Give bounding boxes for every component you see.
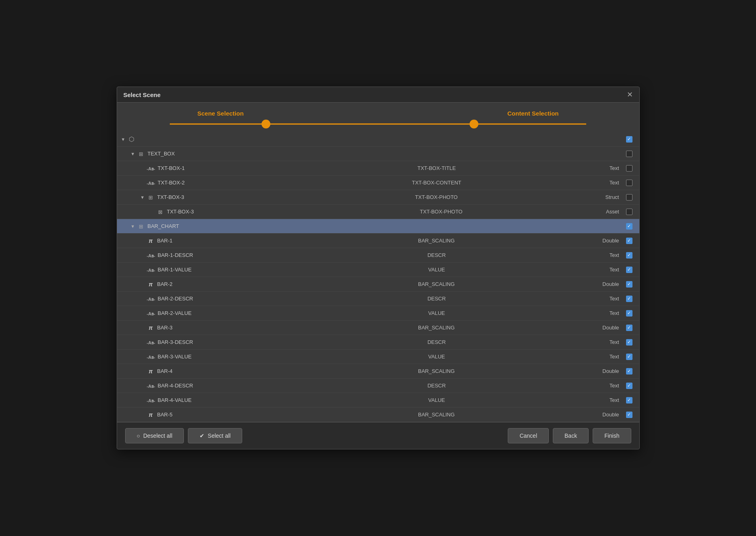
checkbox-col[interactable]: [623, 412, 635, 418]
select-scene-dialog: Select Scene ✕ Scene Selection Content S…: [117, 87, 640, 449]
checkbox-col[interactable]: [623, 325, 635, 331]
tree-list[interactable]: ▼ ⬡ ▼ ⊞ TEXT_BOX -Aʙ- TXT-BOX-1 TX: [117, 132, 639, 422]
checkbox[interactable]: [626, 368, 632, 375]
cancel-button[interactable]: Cancel: [508, 428, 549, 443]
checkbox-col[interactable]: [623, 310, 635, 317]
checkbox[interactable]: [626, 223, 632, 230]
tree-row[interactable]: -Aʙ- BAR-4-DESCR DESCR Text: [117, 379, 639, 393]
text-ab-icon: -Aʙ-: [147, 166, 155, 171]
back-button[interactable]: Back: [553, 428, 589, 443]
tree-row[interactable]: -Aʙ- BAR-1-DESCR DESCR Text: [117, 248, 639, 263]
checkbox-col[interactable]: [623, 368, 635, 375]
checkbox[interactable]: [626, 165, 632, 172]
checkbox-col[interactable]: [623, 252, 635, 259]
footer-right: Cancel Back Finish: [508, 428, 631, 443]
row-binding: VALUE: [286, 267, 587, 273]
row-binding: TXT-BOX-TITLE: [286, 165, 587, 171]
checkbox[interactable]: [626, 296, 632, 302]
checkbox[interactable]: [626, 310, 632, 317]
text-ab-icon: -Aʙ-: [147, 355, 155, 360]
checkbox-col[interactable]: [623, 136, 635, 143]
text-ab-icon: -Aʙ-: [147, 384, 155, 389]
tree-row[interactable]: π BAR-5 BAR_SCALING Double: [117, 408, 639, 422]
track-line: [170, 124, 586, 125]
footer: ○ Deselect all ✔ Select all Cancel Back …: [117, 422, 639, 449]
row-name: TEXT_BOX: [148, 151, 276, 157]
row-type: Text: [587, 339, 623, 345]
row-binding: BAR_SCALING: [286, 368, 587, 374]
steps-labels: Scene Selection Content Selection: [133, 110, 623, 117]
row-name: BAR-1-VALUE: [158, 267, 286, 273]
row-type: Text: [587, 296, 623, 302]
checkbox[interactable]: [626, 339, 632, 346]
row-binding: DESCR: [286, 339, 587, 345]
checkbox[interactable]: [626, 136, 632, 143]
chevron-icon: ▼: [131, 151, 136, 156]
row-name: BAR-2-VALUE: [158, 310, 286, 316]
tree-row[interactable]: π BAR-2 BAR_SCALING Double: [117, 277, 639, 292]
checkbox-col[interactable]: [623, 383, 635, 389]
tree-row[interactable]: -Aʙ- TXT-BOX-2 TXT-BOX-CONTENT Text: [117, 176, 639, 190]
checkbox-col[interactable]: [623, 209, 635, 215]
tree-row[interactable]: ▼ ⬡: [117, 132, 639, 147]
footer-left: ○ Deselect all ✔ Select all: [125, 428, 243, 443]
tree-row[interactable]: π BAR-1 BAR_SCALING Double: [117, 234, 639, 248]
tree-row[interactable]: -Aʙ- BAR-4-VALUE VALUE Text: [117, 393, 639, 408]
checkbox[interactable]: [626, 281, 632, 288]
row-binding: BAR_SCALING: [286, 412, 587, 418]
tree-row[interactable]: π BAR-3 BAR_SCALING Double: [117, 321, 639, 335]
checkbox-col[interactable]: [623, 194, 635, 201]
checkbox[interactable]: [626, 383, 632, 389]
asset-icon: ⊠: [158, 209, 163, 215]
tree-row[interactable]: π BAR-4 BAR_SCALING Double: [117, 364, 639, 379]
checkbox-col[interactable]: [623, 267, 635, 273]
checkbox-col[interactable]: [623, 397, 635, 404]
checkbox[interactable]: [626, 180, 632, 186]
row-type: Double: [587, 412, 623, 418]
checkbox[interactable]: [626, 209, 632, 215]
tree-row[interactable]: -Aʙ- BAR-3-DESCR DESCR Text: [117, 335, 639, 350]
row-type: Double: [587, 368, 623, 374]
pi-icon: π: [149, 238, 153, 244]
checkbox-col[interactable]: [623, 165, 635, 172]
tree-row[interactable]: -Aʙ- TXT-BOX-1 TXT-BOX-TITLE Text: [117, 161, 639, 176]
checkbox[interactable]: [626, 412, 632, 418]
select-all-button[interactable]: ✔ Select all: [188, 428, 242, 443]
tree-row[interactable]: -Aʙ- BAR-1-VALUE VALUE Text: [117, 263, 639, 277]
checkbox-col[interactable]: [623, 354, 635, 360]
text-ab-icon: -Aʙ-: [147, 253, 155, 258]
row-type: Struct: [587, 194, 623, 200]
finish-button[interactable]: Finish: [593, 428, 631, 443]
checkbox-col[interactable]: [623, 238, 635, 244]
tree-row[interactable]: ▼ ⊞ TXT-BOX-3 TXT-BOX-PHOTO Struct: [117, 190, 639, 205]
struct-icon: ⊞: [139, 224, 143, 230]
row-binding: TXT-BOX-PHOTO: [296, 209, 587, 215]
row-type: Double: [587, 281, 623, 287]
checkbox[interactable]: [626, 325, 632, 331]
checkbox[interactable]: [626, 354, 632, 360]
checkbox[interactable]: [626, 151, 632, 157]
tree-row[interactable]: ▼ ⊞ TEXT_BOX: [117, 147, 639, 161]
row-binding: TXT-BOX-CONTENT: [286, 180, 587, 186]
tree-row[interactable]: -Aʙ- BAR-2-VALUE VALUE Text: [117, 306, 639, 321]
checkbox-col[interactable]: [623, 296, 635, 302]
row-type: Text: [587, 267, 623, 273]
close-button[interactable]: ✕: [627, 91, 633, 98]
checkbox-col[interactable]: [623, 339, 635, 346]
checkbox[interactable]: [626, 238, 632, 244]
row-type: Text: [587, 354, 623, 360]
tree-row[interactable]: ▼ ⊞ BAR_CHART: [117, 219, 639, 234]
checkbox[interactable]: [626, 252, 632, 259]
checkbox[interactable]: [626, 397, 632, 404]
tree-row[interactable]: -Aʙ- BAR-3-VALUE VALUE Text: [117, 350, 639, 364]
checkbox-col[interactable]: [623, 281, 635, 288]
tree-row[interactable]: ⊠ TXT-BOX-3 TXT-BOX-PHOTO Asset: [117, 205, 639, 219]
checkbox[interactable]: [626, 267, 632, 273]
checkbox[interactable]: [626, 194, 632, 201]
checkbox-col[interactable]: [623, 180, 635, 186]
deselect-all-button[interactable]: ○ Deselect all: [125, 428, 184, 443]
row-binding: VALUE: [286, 397, 587, 403]
checkbox-col[interactable]: [623, 151, 635, 157]
checkbox-col[interactable]: [623, 223, 635, 230]
tree-row[interactable]: -Aʙ- BAR-2-DESCR DESCR Text: [117, 292, 639, 306]
